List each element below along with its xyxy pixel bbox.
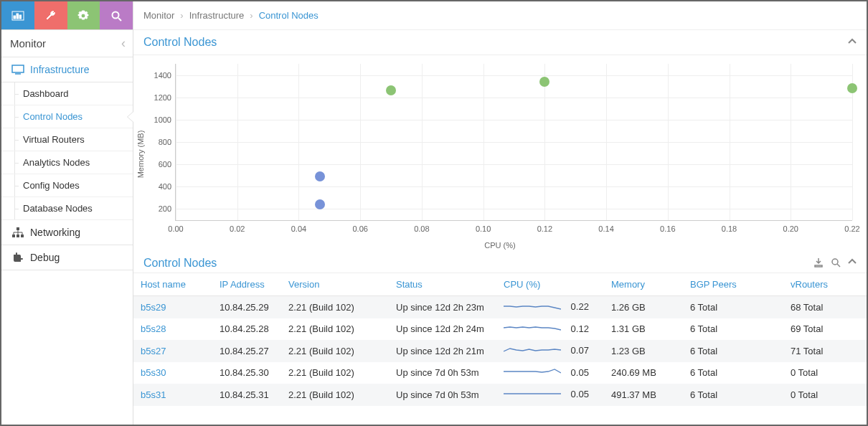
y-tick: 1400 [154, 71, 176, 80]
breadcrumb-item[interactable]: Monitor [143, 10, 174, 21]
search-table-button[interactable] [831, 257, 841, 270]
nav-label: Infrastructure [30, 64, 89, 75]
svg-rect-10 [16, 235, 19, 237]
cell-vrouters: 71 Total [783, 340, 867, 362]
breadcrumb-item[interactable]: Infrastructure [189, 10, 245, 21]
download-button[interactable] [813, 257, 824, 270]
sub-control-nodes[interactable]: Control Nodes [1, 105, 133, 128]
cell-memory: 1.31 GB [604, 318, 683, 341]
chevron-up-icon [848, 257, 857, 266]
cell-status: Up since 12d 2h 23m [389, 296, 496, 318]
settings-mode-button[interactable] [67, 1, 100, 29]
configure-mode-button[interactable] [34, 1, 67, 29]
breadcrumb: Monitor › Infrastructure › Control Nodes [133, 1, 867, 30]
cell-ip: 10.84.25.31 [212, 384, 281, 406]
cell-ip: 10.84.25.27 [212, 340, 281, 362]
cell-status: Up since 12d 2h 21m [389, 340, 496, 362]
y-tick: 800 [159, 138, 176, 146]
cell-hostname[interactable]: b5s30 [133, 362, 212, 384]
sidebar: Monitor ‹ Infrastructure Dashboard Contr… [1, 1, 133, 425]
nav-label: Debug [30, 252, 60, 263]
cell-status: Up since 7d 0h 53m [389, 384, 496, 406]
svg-rect-11 [21, 235, 24, 237]
col-header-bgp[interactable]: BGP Peers [683, 273, 783, 296]
cell-memory: 491.37 MB [604, 384, 683, 406]
svg-rect-9 [12, 235, 15, 237]
wrench-icon [45, 10, 57, 22]
scatter-chart: Memory (MB) CPU (%) 0.000.020.040.060.08… [133, 55, 867, 252]
table-row[interactable]: b5s3010.84.25.302.21 (Build 102)Up since… [133, 362, 867, 384]
query-mode-button[interactable] [100, 1, 133, 29]
nav-infrastructure[interactable]: Infrastructure [1, 57, 133, 82]
table-row[interactable]: b5s2910.84.25.292.21 (Build 102)Up since… [133, 296, 867, 318]
cell-bgp: 6 Total [683, 362, 783, 384]
nav-debug[interactable]: Debug [1, 245, 133, 270]
chart-point[interactable] [315, 199, 325, 209]
cell-version: 2.21 (Build 102) [281, 384, 389, 406]
table-tools [813, 257, 857, 270]
puzzle-icon [10, 252, 26, 263]
monitor-mode-button[interactable] [1, 1, 34, 29]
y-tick: 400 [159, 182, 176, 191]
cell-ip: 10.84.25.30 [212, 362, 281, 384]
cell-cpu: 0.05 [496, 384, 604, 406]
col-header-version[interactable]: Version [281, 273, 389, 296]
nav-networking[interactable]: Networking [1, 220, 133, 245]
col-header-cpu[interactable]: CPU (%) [496, 273, 604, 296]
cell-bgp: 6 Total [683, 340, 783, 362]
chart-point[interactable] [315, 171, 325, 181]
active-arrow-icon [128, 112, 133, 122]
table-header-row: Host name IP Address Version Status CPU … [133, 273, 867, 296]
sparkline-icon [504, 389, 561, 401]
collapse-panel-button[interactable] [848, 36, 857, 49]
x-tick: 0.00 [168, 220, 183, 233]
chart-point[interactable] [386, 85, 396, 95]
collapse-table-button[interactable] [848, 257, 857, 270]
nav-label: Networking [30, 227, 80, 238]
svg-rect-2 [16, 14, 19, 19]
sub-dashboard[interactable]: Dashboard [1, 82, 133, 105]
cell-ip: 10.84.25.28 [212, 318, 281, 341]
cell-bgp: 6 Total [683, 296, 783, 318]
col-header-status[interactable]: Status [389, 273, 496, 296]
table-title: Control Nodes [143, 257, 217, 270]
cell-cpu: 0.07 [496, 340, 604, 362]
cell-version: 2.21 (Build 102) [281, 296, 389, 318]
svg-point-4 [113, 11, 119, 18]
download-icon [813, 257, 824, 268]
cell-cpu: 0.22 [496, 296, 604, 318]
table-row[interactable]: b5s3110.84.25.312.21 (Build 102)Up since… [133, 384, 867, 406]
cell-hostname[interactable]: b5s27 [133, 340, 212, 362]
sub-database-nodes[interactable]: Database Nodes [1, 197, 133, 220]
svg-rect-8 [16, 227, 19, 230]
cell-hostname[interactable]: b5s31 [133, 384, 212, 406]
sitemap-icon [10, 227, 26, 237]
cell-hostname[interactable]: b5s29 [133, 296, 212, 318]
sub-config-nodes[interactable]: Config Nodes [1, 174, 133, 197]
main: Monitor › Infrastructure › Control Nodes… [133, 1, 867, 425]
cell-status: Up since 12d 2h 24m [389, 318, 496, 341]
sub-analytics-nodes[interactable]: Analytics Nodes [1, 151, 133, 174]
chart-point[interactable] [847, 83, 857, 93]
cell-vrouters: 68 Total [783, 296, 867, 318]
chart-point[interactable] [539, 77, 549, 87]
collapse-sidebar-icon[interactable]: ‹ [121, 36, 126, 51]
table-row[interactable]: b5s2710.84.25.272.21 (Build 102)Up since… [133, 340, 867, 362]
col-header-ip[interactable]: IP Address [212, 273, 281, 296]
col-header-memory[interactable]: Memory [604, 273, 683, 296]
x-tick: 0.06 [352, 220, 367, 233]
x-tick: 0.08 [414, 220, 429, 233]
col-header-hostname[interactable]: Host name [133, 273, 212, 296]
svg-line-13 [837, 264, 840, 267]
y-tick: 200 [159, 204, 176, 213]
sub-virtual-routers[interactable]: Virtual Routers [1, 128, 133, 151]
cell-hostname[interactable]: b5s28 [133, 318, 212, 341]
monitor-desktop-icon [10, 65, 26, 75]
col-header-vrouters[interactable]: vRouters [783, 273, 867, 296]
mode-icon-row [1, 1, 133, 30]
chart-plot-area: 0.000.020.040.060.080.100.120.140.160.18… [175, 64, 852, 221]
section-header[interactable]: Monitor ‹ [1, 30, 133, 57]
search-icon [110, 10, 122, 22]
x-tick: 0.04 [291, 220, 306, 233]
table-row[interactable]: b5s2810.84.25.282.21 (Build 102)Up since… [133, 318, 867, 341]
